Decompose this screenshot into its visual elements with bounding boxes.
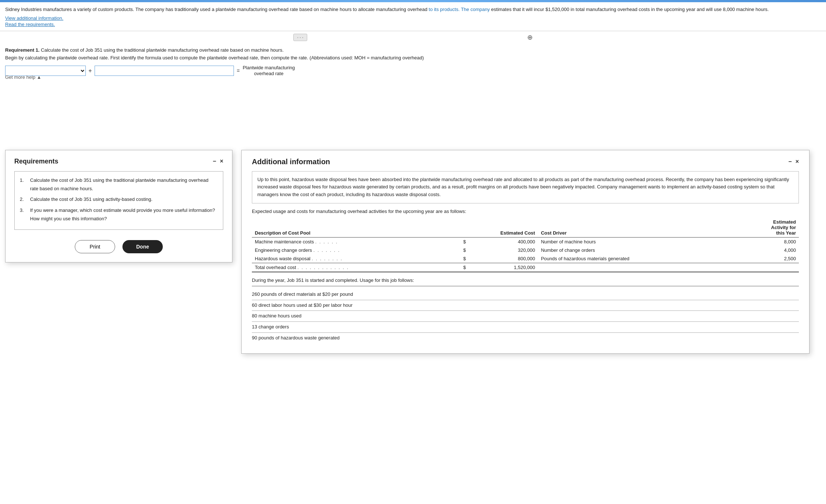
intro-text: Sidney Industries manufactures a variety… <box>5 6 821 13</box>
usage-item-2: 60 direct labor hours used at $30 per la… <box>252 300 799 311</box>
table-row-engineering: Engineering change orders . . . . . . . … <box>252 246 799 254</box>
req-text-1: Calculate the cost of Job 351 using the … <box>30 176 218 193</box>
usage-item-1: 260 pounds of direct materials at $20 pe… <box>252 289 799 300</box>
cost-pool-table: Description of Cost Pool Estimated Cost … <box>252 218 799 272</box>
add-modal-close-btn[interactable]: × <box>796 158 799 165</box>
row2-dollar: $ <box>460 246 466 254</box>
requirements-box: 1. Calculate the cost of Job 351 using t… <box>14 171 223 230</box>
add-modal-title-bar: Additional information − × <box>252 158 799 166</box>
equals-sign: = <box>237 68 240 74</box>
formula-label-line1: Plantwide manufacturing <box>243 65 295 70</box>
req-text-2: Calculate the cost of Job 351 using acti… <box>30 195 153 203</box>
formula-result-label: Plantwide manufacturing overhead rate <box>243 65 295 77</box>
total-cost: 1,520,000 <box>467 263 538 272</box>
total-dollar: $ <box>460 263 466 272</box>
view-additional-link[interactable]: View additional information. <box>5 15 821 21</box>
additional-info-modal: Additional information − × Up to this po… <box>241 150 810 354</box>
req-bold: Requirement 1. <box>5 47 40 53</box>
requirements-modal: Requirements − × 1. Calculate the cost o… <box>5 150 232 263</box>
get-more-help[interactable]: Get more help ▲ <box>5 74 41 80</box>
row2-driver: Number of change orders <box>538 246 735 254</box>
table-row-hazardous: Hazardous waste disposal . . . . . . . .… <box>252 254 799 263</box>
req-modal-controls: − × <box>213 158 223 165</box>
intro-section: Sidney Industries manufactures a variety… <box>0 2 826 31</box>
col-header-desc: Description of Cost Pool <box>252 218 460 238</box>
req-num-3: 3. <box>20 206 26 223</box>
req-modal-title: Requirements <box>14 158 58 165</box>
usage-item-4: 13 change orders <box>252 322 799 333</box>
additional-subheading: Expected usage and costs for manufacturi… <box>252 209 799 214</box>
highlight-text: to its products. The company <box>429 7 490 12</box>
total-driver-empty <box>538 263 735 272</box>
row3-cost: 800,000 <box>467 254 538 263</box>
instruction-text: Begin by calculating the plantwide overh… <box>5 55 821 60</box>
add-modal-minimize-btn[interactable]: − <box>788 158 792 165</box>
row3-dollar: $ <box>460 254 466 263</box>
read-requirements-link[interactable]: Read the requirements. <box>5 22 821 27</box>
additional-description: Up to this point, hazardous waste dispos… <box>252 171 799 203</box>
row1-desc: Machine maintenance costs . . . . . . <box>252 237 460 246</box>
formula-label-line2: overhead rate <box>254 71 283 76</box>
req-num-1: 1. <box>20 176 26 193</box>
add-modal-title: Additional information <box>252 158 330 166</box>
row3-driver: Pounds of hazardous materials generated <box>538 254 735 263</box>
usage-divider <box>252 286 799 286</box>
row3-desc: Hazardous waste disposal . . . . . . . . <box>252 254 460 263</box>
main-content: Requirement 1. Calculate the cost of Job… <box>0 44 826 87</box>
collapse-btn[interactable]: · · · <box>293 34 308 41</box>
usage-list: 260 pounds of direct materials at $20 pe… <box>252 289 799 343</box>
row1-cost: 400,000 <box>467 237 538 246</box>
print-button[interactable]: Print <box>75 240 115 253</box>
col-header-activity: EstimatedActivity forthis Year <box>735 218 799 238</box>
req-num-2: 2. <box>20 195 26 203</box>
row2-activity: 4,000 <box>735 246 799 254</box>
req-heading-rest: Calculate the cost of Job 351 using the … <box>41 47 284 53</box>
cross-icon[interactable]: ⊕ <box>527 33 533 41</box>
formula-input-right[interactable] <box>95 66 234 76</box>
req-modal-footer: Print Done <box>14 240 223 253</box>
req-item-1: 1. Calculate the cost of Job 351 using t… <box>20 176 218 193</box>
req-text-3: If you were a manager, which cost estima… <box>30 206 218 223</box>
row1-driver: Number of machine hours <box>538 237 735 246</box>
row3-activity: 2,500 <box>735 254 799 263</box>
job-heading: During the year, Job 351 is started and … <box>252 277 799 283</box>
table-row-total: Total overhead cost . . . . . . . . . . … <box>252 263 799 272</box>
usage-item-5: 90 pounds of hazardous waste generated <box>252 333 799 343</box>
done-button[interactable]: Done <box>122 240 163 253</box>
usage-item-3: 80 machine hours used <box>252 311 799 322</box>
req-modal-close-btn[interactable]: × <box>220 158 223 165</box>
toolbar-bar: · · · ⊕ <box>0 31 826 44</box>
row1-dollar: $ <box>460 237 466 246</box>
row2-desc: Engineering change orders . . . . . . . <box>252 246 460 254</box>
total-activity-empty <box>735 263 799 272</box>
row1-activity: 8,000 <box>735 237 799 246</box>
col-header-driver: Cost Driver <box>538 218 735 238</box>
req-modal-minimize-btn[interactable]: − <box>213 158 216 165</box>
add-modal-controls: − × <box>788 158 799 165</box>
total-label: Total overhead cost . . . . . . . . . . … <box>252 263 460 272</box>
req-modal-title-bar: Requirements − × <box>14 158 223 165</box>
req-item-3: 3. If you were a manager, which cost est… <box>20 206 218 223</box>
table-row-machine: Machine maintenance costs . . . . . . $ … <box>252 237 799 246</box>
divide-operator: ÷ <box>89 68 92 74</box>
row2-cost: 320,000 <box>467 246 538 254</box>
req-item-2: 2. Calculate the cost of Job 351 using a… <box>20 195 218 203</box>
col-header-estcost: Estimated Cost <box>460 218 538 238</box>
requirement-heading: Requirement 1. Calculate the cost of Job… <box>5 47 821 53</box>
formula-row: ÷ = Plantwide manufacturing overhead rat… <box>5 65 821 77</box>
